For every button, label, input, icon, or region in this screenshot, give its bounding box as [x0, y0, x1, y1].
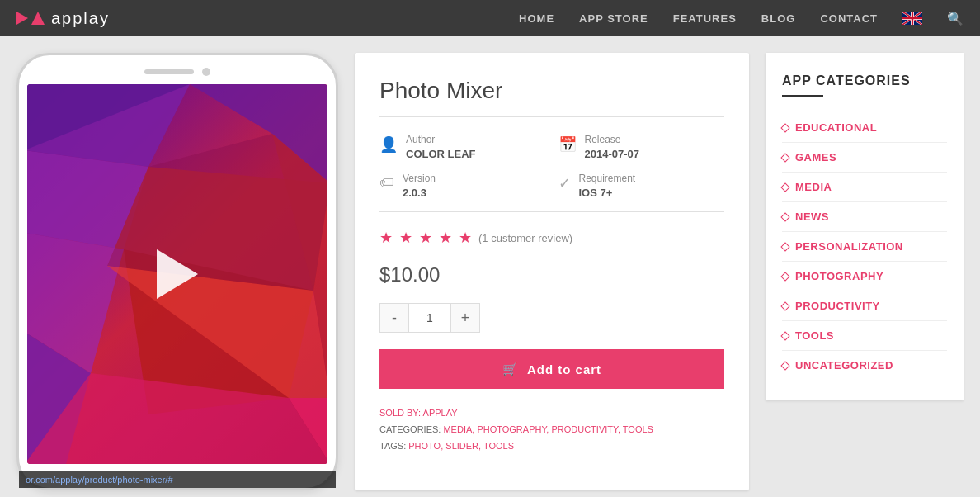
sidebar-item-photography[interactable]: PHOTOGRAPHY [782, 262, 947, 291]
category-diamond-icon [780, 272, 789, 281]
nav-appstore[interactable]: APP STORE [579, 12, 648, 25]
quantity-area: - 1 + [379, 303, 724, 333]
sidebar-item-uncategorized[interactable]: UNCATEGORIZED [782, 351, 947, 380]
sidebar-item-media[interactable]: MEDIA [782, 173, 947, 202]
search-icon[interactable]: 🔍 [947, 11, 964, 26]
add-to-cart-button[interactable]: 🛒 Add to cart [379, 349, 724, 389]
sold-by-value[interactable]: APPLAY [423, 408, 458, 418]
sidebar-item-productivity[interactable]: PRODUCTIVITY [782, 291, 947, 321]
category-diamond-icon [780, 361, 789, 370]
categories-list: EDUCATIONALGAMESMEDIANEWSPERSONALIZATION… [782, 113, 947, 380]
categories-links[interactable]: MEDIA, PHOTOGRAPHY, PRODUCTIVITY, TOOLS [443, 424, 653, 434]
star-3-icon: ★ [419, 229, 432, 247]
nav-home[interactable]: HOME [519, 12, 554, 25]
tags-links[interactable]: PHOTO, SLIDER, TOOLS [408, 441, 514, 451]
category-diamond-icon [780, 212, 789, 221]
sidebar-item-educational[interactable]: EDUCATIONAL [782, 113, 947, 143]
category-label: UNCATEGORIZED [795, 359, 893, 372]
check-icon: ✓ [558, 174, 571, 192]
meta-release: 📅 Release 2014-07-07 [558, 134, 725, 160]
nav-features[interactable]: FEATURES [673, 12, 737, 25]
language-flag-icon[interactable] [902, 12, 922, 25]
quantity-decrease-button[interactable]: - [379, 303, 409, 333]
sidebar-item-tools[interactable]: TOOLS [782, 321, 947, 351]
author-label: Author [406, 134, 476, 145]
cart-icon: 🛒 [502, 362, 519, 376]
categories-box: APP CATEGORIES EDUCATIONALGAMESMEDIANEWS… [766, 53, 964, 400]
phone-screen [27, 84, 327, 464]
add-to-cart-label: Add to cart [527, 362, 601, 376]
star-1-icon: ★ [379, 229, 393, 247]
logo-text: applay [51, 9, 110, 28]
price: $10.00 [379, 263, 724, 286]
category-label: NEWS [795, 211, 829, 223]
sidebar: APP CATEGORIES EDUCATIONALGAMESMEDIANEWS… [766, 53, 964, 490]
category-label: TOOLS [795, 329, 834, 342]
quantity-increase-button[interactable]: + [450, 303, 480, 333]
product-title: Photo Mixer [379, 78, 724, 117]
categories-title: APP CATEGORIES [782, 73, 947, 88]
author-value: COLOR LEAF [406, 148, 476, 160]
tags-meta: TAGS: PHOTO, SLIDER, TOOLS [379, 438, 724, 455]
nav-blog[interactable]: BLOG [761, 12, 796, 25]
release-value: 2014-07-07 [585, 148, 640, 160]
category-diamond-icon [780, 153, 789, 162]
category-label: EDUCATIONAL [795, 121, 877, 134]
nav: HOME APP STORE FEATURES BLOG CONTACT 🔍 [519, 11, 964, 26]
version-label: Version [403, 173, 436, 184]
star-5-icon: ★ [459, 229, 472, 247]
category-label: PHOTOGRAPHY [795, 270, 883, 282]
category-diamond-icon [780, 331, 789, 340]
sidebar-item-news[interactable]: NEWS [782, 202, 947, 232]
phone-camera-icon [202, 68, 210, 76]
phone-top-bar [27, 68, 327, 76]
categories-meta: CATEGORIES: MEDIA, PHOTOGRAPHY, PRODUCTI… [379, 422, 724, 438]
phone-mockup: or.com/applay/product/photo-mixer/# [16, 53, 338, 490]
category-diamond-icon [780, 182, 789, 192]
sidebar-item-games[interactable]: GAMES [782, 143, 947, 173]
release-label: Release [585, 134, 640, 145]
quantity-input[interactable]: 1 [409, 303, 450, 333]
sold-by: SOLD BY: APPLAY [379, 405, 724, 422]
url-bar: or.com/applay/product/photo-mixer/# [19, 471, 336, 488]
meta-author: 👤 Author COLOR LEAF [379, 134, 546, 160]
phone-speaker-icon [144, 69, 194, 74]
calendar-icon: 📅 [558, 135, 577, 154]
product-card: Photo Mixer 👤 Author COLOR LEAF 📅 Releas… [355, 53, 749, 490]
requirement-label: Requirement [579, 173, 636, 184]
version-value: 2.0.3 [403, 187, 436, 199]
sidebar-item-personalization[interactable]: PERSONALIZATION [782, 232, 947, 262]
meta-requirement: ✓ Requirement IOS 7+ [558, 173, 725, 199]
nav-contact[interactable]: CONTACT [820, 12, 878, 25]
logo-area: applay [16, 9, 110, 28]
product-footer: SOLD BY: APPLAY CATEGORIES: MEDIA, PHOTO… [379, 405, 724, 454]
category-label: MEDIA [795, 181, 832, 193]
category-diamond-icon [780, 242, 789, 251]
categories-divider [782, 95, 823, 97]
category-label: PRODUCTIVITY [795, 300, 880, 312]
meta-version: 🏷 Version 2.0.3 [379, 173, 546, 199]
category-diamond-icon [780, 301, 789, 310]
star-2-icon: ★ [399, 229, 412, 247]
category-diamond-icon [780, 123, 789, 132]
tag-icon: 🏷 [379, 174, 394, 192]
main-content: or.com/applay/product/photo-mixer/# Phot… [0, 36, 980, 497]
star-4-icon: ★ [439, 229, 452, 247]
review-text[interactable]: (1 customer review) [478, 232, 572, 244]
logo-icon [31, 12, 45, 25]
user-icon: 👤 [379, 135, 398, 154]
category-label: PERSONALIZATION [795, 240, 903, 253]
product-meta: 👤 Author COLOR LEAF 📅 Release 2014-07-07… [379, 134, 724, 212]
product-area: Photo Mixer 👤 Author COLOR LEAF 📅 Releas… [355, 53, 964, 490]
logo-triangle-icon [16, 12, 28, 25]
requirement-value: IOS 7+ [579, 187, 636, 199]
play-button-icon[interactable] [157, 249, 198, 299]
category-label: GAMES [795, 151, 836, 163]
rating-area: ★ ★ ★ ★ ★ (1 customer review) [379, 229, 724, 247]
header: applay HOME APP STORE FEATURES BLOG CONT… [0, 0, 980, 36]
